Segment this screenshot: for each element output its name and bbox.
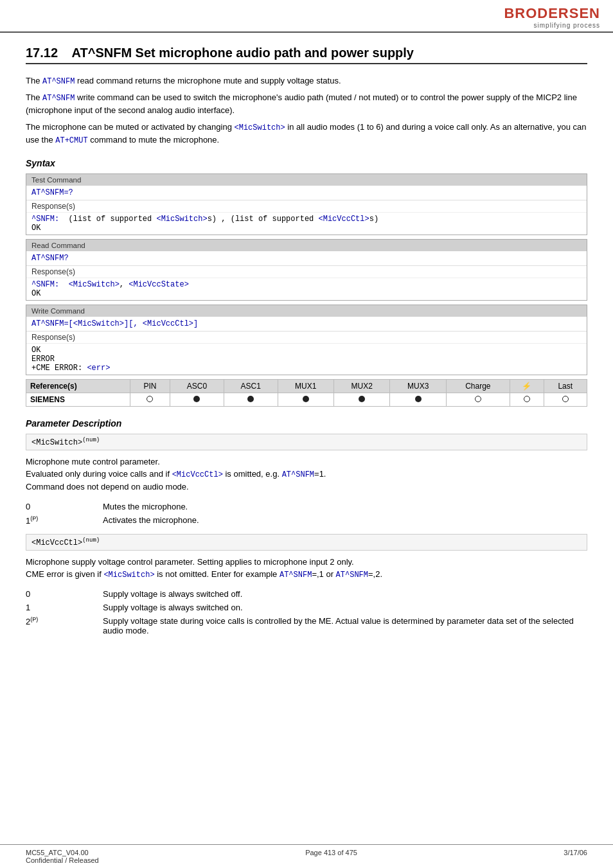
ref-col-mux1: MUX1 — [278, 379, 333, 393]
cme-err: <err> — [87, 364, 110, 373]
test-command-header: Test Command — [26, 174, 587, 186]
logo-name: BRODERSEN — [504, 5, 600, 22]
val-1p: 1(P) — [26, 513, 103, 527]
micvccctl-param-header: <MicVccCtl>(num) — [26, 534, 587, 551]
circle-filled-asc0 — [193, 396, 200, 402]
micswitch-val-1: 1(P) Activates the microphone. — [26, 513, 587, 527]
reference-table: Reference(s) PIN ASC0 ASC1 MUX1 MUX2 MUX… — [26, 379, 587, 407]
section-number: 17.12 — [26, 46, 58, 60]
micswitch-param-header: <MicSwitch>(num) — [26, 434, 587, 450]
ref-col-pin: PIN — [130, 379, 170, 393]
micvccctl-value-table: 0 Supply voltage is always switched off.… — [26, 587, 587, 637]
test-response-label: Response(s) — [26, 200, 587, 213]
header: BRODERSEN simplifying process — [0, 0, 613, 33]
section-title: 17.12 AT^SNFM Set microphone audio path … — [26, 46, 587, 64]
read-command-block: Read Command AT^SNFM? Response(s) ^SNFM:… — [26, 239, 587, 301]
ref-col-charge: Charge — [446, 379, 510, 393]
write-command-code: AT^SNFM=[<MicSwitch>][, <MicVccCtl>] — [26, 317, 587, 332]
test-response-code: ^SNFM: (list of supported <MicSwitch>s) … — [26, 213, 587, 235]
write-command-block: Write Command AT^SNFM=[<MicSwitch>][, <M… — [26, 305, 587, 375]
circle-filled-mux3 — [415, 396, 422, 402]
micswitch-value-table: 0 Mutes the microphone. 1(P) Activates t… — [26, 500, 587, 527]
ref-row-siemens: SIEMENS — [26, 393, 587, 406]
ref-last — [544, 393, 587, 406]
desc-activates: Activates the microphone. — [103, 513, 587, 527]
footer-doc-name: MC55_ATC_V04.00 — [26, 849, 99, 856]
read-micswitch: <MicSwitch> — [69, 280, 120, 289]
param-desc-heading: Parameter Description — [26, 418, 587, 429]
circle-empty-lightning — [524, 396, 530, 402]
write-cmd-text: AT^SNFM=[<MicSwitch>][, <MicVccCtl>] — [31, 319, 198, 328]
micvcc-0: 0 — [26, 587, 103, 601]
test-command-code: AT^SNFM=? — [26, 186, 587, 200]
read-command-header: Read Command — [26, 240, 587, 251]
test-micswitch: <MicSwitch> — [156, 215, 207, 224]
test-resp-line1: ^SNFM: — [31, 215, 59, 224]
read-command-code: AT^SNFM? — [26, 251, 587, 266]
micswitch-ref-in-desc2: <MicSwitch> — [103, 571, 154, 580]
write-micvcc: <MicVccCtl> — [143, 319, 193, 328]
logo-sub: simplifying process — [534, 22, 600, 29]
test-micvcc: <MicVccCtl> — [319, 215, 369, 224]
read-response-label: Response(s) — [26, 266, 587, 278]
snfm-ref-2: AT^SNFM — [42, 94, 75, 103]
circle-filled-mux2 — [359, 396, 365, 402]
footer-left: MC55_ATC_V04.00 Confidential / Released — [26, 849, 99, 864]
read-response-code: ^SNFM: <MicSwitch>, <MicVccState> OK — [26, 278, 587, 300]
footer-status: Confidential / Released — [26, 856, 99, 864]
footer: MC55_ATC_V04.00 Confidential / Released … — [0, 844, 613, 868]
val-0: 0 — [26, 500, 103, 513]
write-response-label: Response(s) — [26, 332, 587, 344]
snfm-example3: AT^SNFM — [336, 571, 368, 580]
footer-center: Page 413 of 475 — [305, 849, 357, 864]
ref-mux1 — [278, 393, 333, 406]
ref-header-label: Reference(s) — [26, 379, 130, 393]
section-heading: AT^SNFM Set microphone audio path and po… — [72, 46, 414, 60]
main-content: 17.12 AT^SNFM Set microphone audio path … — [0, 33, 613, 657]
micswitch-desc: Microphone mute control parameter. Evalu… — [26, 456, 587, 493]
ref-col-asc1: ASC1 — [224, 379, 278, 393]
read-resp-snfm: ^SNFM: — [31, 280, 59, 289]
ref-charge — [446, 393, 510, 406]
micvcc-val-0: 0 Supply voltage is always switched off. — [26, 587, 587, 601]
snfm-ref-1: AT^SNFM — [42, 77, 75, 86]
test-ok: OK — [31, 224, 40, 233]
ref-col-mux3: MUX3 — [390, 379, 446, 393]
ref-col-last: Last — [544, 379, 587, 393]
intro-para-3: The microphone can be muted or activated… — [26, 121, 587, 146]
micvcc-val-1: 1 Supply voltage is always switched on. — [26, 601, 587, 614]
page: BRODERSEN simplifying process 17.12 AT^S… — [0, 0, 613, 868]
circle-empty-pin — [147, 396, 153, 402]
ref-mux2 — [333, 393, 389, 406]
desc-off: Supply voltage is always switched off. — [103, 587, 587, 601]
micvcc-1: 1 — [26, 601, 103, 614]
logo-area: BRODERSEN simplifying process — [504, 5, 600, 29]
ref-asc1 — [224, 393, 278, 406]
write-response-code: OK ERROR +CME ERROR: <err> — [26, 344, 587, 375]
write-micswitch: <MicSwitch> — [73, 319, 124, 328]
ref-col-mux2: MUX2 — [333, 379, 389, 393]
circle-empty-last — [562, 396, 569, 402]
desc-on: Supply voltage is always switched on. — [103, 601, 587, 614]
syntax-heading: Syntax — [26, 158, 587, 168]
read-cmd-text: AT^SNFM? — [31, 254, 69, 263]
intro-para-2: The AT^SNFM write command can be used to… — [26, 91, 587, 117]
read-ok: OK — [31, 289, 40, 298]
micswitch-ref-1: <MicSwitch> — [234, 123, 285, 132]
micvcc-val-2: 2(P) Supply voltage state during voice c… — [26, 614, 587, 637]
circle-filled-asc1 — [247, 396, 254, 402]
circle-empty-charge — [475, 396, 481, 402]
micvccctl-desc: Microphone supply voltage control parame… — [26, 556, 587, 581]
ref-col-lightning: ⚡ — [510, 379, 544, 393]
ref-mux3 — [390, 393, 446, 406]
write-command-header: Write Command — [26, 305, 587, 317]
footer-date: 3/17/06 — [564, 849, 587, 864]
test-cmd-text: AT^SNFM=? — [31, 188, 73, 197]
intro-para-1: The AT^SNFM read command returns the mic… — [26, 75, 587, 87]
atcmut-ref: AT+CMUT — [55, 136, 87, 145]
ref-pin — [130, 393, 170, 406]
test-command-block: Test Command AT^SNFM=? Response(s) ^SNFM… — [26, 173, 587, 235]
ref-siemens-label: SIEMENS — [26, 393, 130, 406]
desc-mutes: Mutes the microphone. — [103, 500, 587, 513]
micswitch-val-0: 0 Mutes the microphone. — [26, 500, 587, 513]
